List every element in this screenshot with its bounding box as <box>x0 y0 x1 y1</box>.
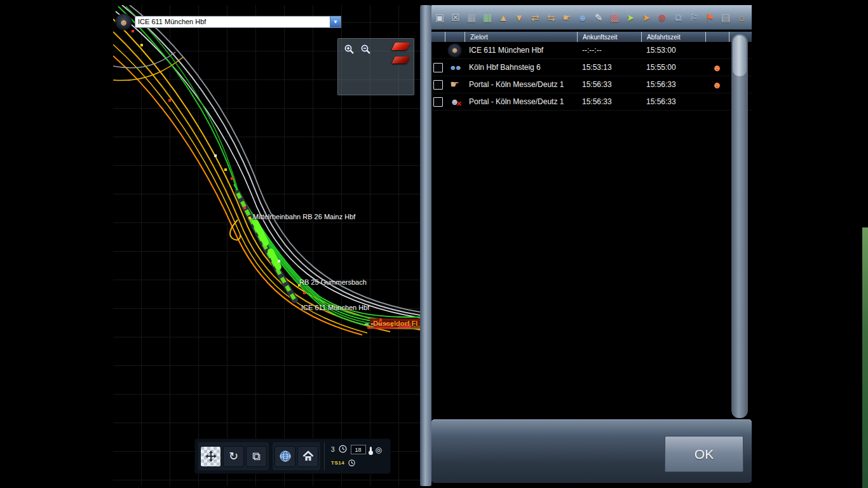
shift-left-icon[interactable]: ⇆ <box>543 9 559 25</box>
grid-add-icon[interactable]: ▦ <box>480 9 495 25</box>
scrollbar-thumb[interactable] <box>733 36 747 76</box>
vertical-scrollbar[interactable] <box>731 34 748 418</box>
stop-checkbox[interactable] <box>433 97 443 107</box>
ok-button[interactable]: OK <box>665 436 743 472</box>
map-tool-group: ↻ ⧉ <box>198 442 269 470</box>
platform-stop-icon: ☻☻ <box>445 64 465 71</box>
home-view-button[interactable] <box>297 446 318 467</box>
shift-right-icon[interactable]: ⇄ <box>527 9 543 25</box>
driver-avatar-icon: ☻ <box>445 43 465 58</box>
destination-name: Köln Hbf Bahnsteig 6 <box>465 63 577 72</box>
header-icon-col <box>445 32 465 42</box>
header-zielort: Zielort <box>465 32 577 42</box>
save-icon[interactable]: ▣ <box>432 9 447 25</box>
map-overlay-panel <box>337 38 414 95</box>
pax-cell: ☻ <box>705 80 729 90</box>
destination-name: Portal - Köln Messe/Deutz 1 <box>465 80 577 89</box>
timetable-row-stop[interactable]: ☛ Portal - Köln Messe/Deutz 1 15:56:33 1… <box>431 76 752 93</box>
map-label-service: Mittelrheinbahn RB 26 Mainz Hbf <box>253 213 355 220</box>
departure-time: 15:53:00 <box>641 46 705 55</box>
row-select-cell <box>431 80 445 90</box>
panel-splitter[interactable] <box>420 5 431 486</box>
locate-icon[interactable]: ◎ <box>376 446 382 454</box>
world-view-button[interactable] <box>275 446 295 467</box>
dropdown-arrow-icon[interactable]: ▼ <box>330 17 341 27</box>
go-to-icon[interactable]: ➤ <box>623 9 638 25</box>
drive-hand-icon: ☛ <box>450 79 459 90</box>
service-grid-icon[interactable]: ▩ <box>607 9 622 25</box>
departure-time: 15:56:33 <box>641 80 705 89</box>
drive-hand-icon[interactable]: ☛ <box>559 9 574 25</box>
red-cross-icon: ✕ <box>456 100 462 106</box>
destination-name: Portal - Köln Messe/Deutz 1 <box>465 97 577 106</box>
header-ankunftszeit: Ankunftszeit <box>577 32 641 42</box>
zoom-out-icon[interactable] <box>360 43 371 55</box>
passenger-load-icon: ☻ <box>712 63 722 72</box>
delete-icon[interactable]: ☒ <box>448 9 463 25</box>
copy-schedule-icon[interactable]: ⧉ <box>670 9 686 25</box>
pan-tool-button[interactable] <box>200 446 221 467</box>
gradient-profile-icon[interactable] <box>391 43 410 50</box>
time-compression-value: 3 <box>331 446 335 453</box>
world-view-sliver <box>862 227 868 488</box>
header-abfahrtszeit: Abfahrtszeit <box>641 32 705 42</box>
timetable-grid: Zielort Ankunftszeit Abfahrtszeit ☻ ICE … <box>431 32 752 111</box>
free-camera-button[interactable]: ⧉ <box>246 446 267 467</box>
gradient-profile-icon-2[interactable] <box>391 57 410 64</box>
map-label-station: Düsseldorf Fl <box>373 320 417 327</box>
driver-icon[interactable]: ☻ <box>575 9 590 25</box>
driver-avatar-icon: ☻ <box>115 13 132 30</box>
clock-readout: 18 <box>351 445 366 454</box>
arrival-time: 15:53:13 <box>577 63 641 72</box>
timetable-row-stop[interactable]: ☻ ✕ Portal - Köln Messe/Deutz 1 15:56:33… <box>431 93 752 111</box>
pax-cell: ☻ <box>705 63 729 72</box>
clock-icon <box>339 444 347 456</box>
depot-icon[interactable]: ⌂ <box>734 9 749 25</box>
stop-checkbox[interactable] <box>433 63 443 72</box>
timetable-toolbar: ▣ ☒ ▦ ▦ ▲ ▼ ⇄ ⇆ ☛ ☻ ✎ ▩ ➤ ➤ ⊗ ⧉ ⚐ ⚑ ▤ ⌂ <box>431 5 752 30</box>
weather-icon <box>370 447 372 453</box>
map-navigation-toolbar: ↻ ⧉ 3 18 ◎ <box>194 438 391 474</box>
service-dropdown[interactable]: ICE 611 München Hbf ▼ <box>135 16 341 28</box>
header-select-col <box>431 32 445 42</box>
arrival-time: 15:56:33 <box>577 97 641 106</box>
route-map-panel[interactable]: Mittelrheinbahn RB 26 Mainz Hbf RB 25 Gu… <box>113 5 420 486</box>
flag-red-icon[interactable]: ⚑ <box>702 9 717 25</box>
sim-version-label: TS14 <box>331 460 344 466</box>
timetable-row-stop[interactable]: ☻☻ Köln Hbf Bahnsteig 6 15:53:13 15:55:0… <box>431 59 752 76</box>
edit-timetable-icon[interactable]: ✎ <box>591 9 606 25</box>
header-pax-col <box>705 32 729 42</box>
stop-checkbox[interactable] <box>433 80 443 90</box>
departure-time: 15:55:00 <box>641 63 705 72</box>
map-view-group <box>273 442 320 470</box>
row-select-cell <box>431 63 445 72</box>
departure-time: 15:56:33 <box>641 97 705 106</box>
flag-blue-icon[interactable]: ⚐ <box>686 9 702 25</box>
raise-icon[interactable]: ▲ <box>496 9 511 25</box>
zoom-in-icon[interactable] <box>343 43 355 55</box>
destination-name: ICE 611 München Hbf <box>465 46 577 55</box>
passenger-load-icon: ☻ <box>712 80 722 90</box>
passengers-icon: ☻☻ <box>449 64 460 71</box>
timetable-row-service[interactable]: ☻ ICE 611 München Hbf --:--:-- 15:53:00 <box>431 42 752 59</box>
small-clock-icon <box>348 458 355 469</box>
arrival-time: --:--:-- <box>577 46 641 55</box>
rotate-tool-button[interactable]: ↻ <box>223 446 244 467</box>
remove-consist-icon-cell: ☻ ✕ <box>445 97 465 106</box>
lower-icon[interactable]: ▼ <box>512 9 527 25</box>
map-label-service: RB 25 Gummersbach <box>299 278 367 286</box>
app-window: Mittelrheinbahn RB 26 Mainz Hbf RB 25 Gu… <box>0 0 868 488</box>
remove-destination-icon[interactable]: ⊗ <box>654 9 670 25</box>
driver-face-icon: ☻ <box>447 43 462 58</box>
service-dropdown-value: ICE 611 München Hbf <box>135 17 330 27</box>
remove-consist-icon: ☻ ✕ <box>450 97 459 106</box>
grid-view-icon[interactable]: ▦ <box>464 9 479 25</box>
dialog-footer: OK <box>431 419 752 483</box>
map-label-service: ICE 611 München Hbf <box>301 304 369 311</box>
sim-status-cluster: 3 18 ◎ TS14 <box>324 442 387 470</box>
timetable-panel: ▣ ☒ ▦ ▦ ▲ ▼ ⇄ ⇆ ☛ ☻ ✎ ▩ ➤ ➤ ⊗ ⧉ ⚐ ⚑ ▤ ⌂ <box>431 5 752 486</box>
track-section-icon[interactable]: ▤ <box>718 9 733 25</box>
service-selector: ☻ ICE 611 München Hbf ▼ <box>115 13 341 30</box>
add-destination-icon[interactable]: ➤ <box>639 9 654 25</box>
arrival-time: 15:56:33 <box>577 80 641 89</box>
